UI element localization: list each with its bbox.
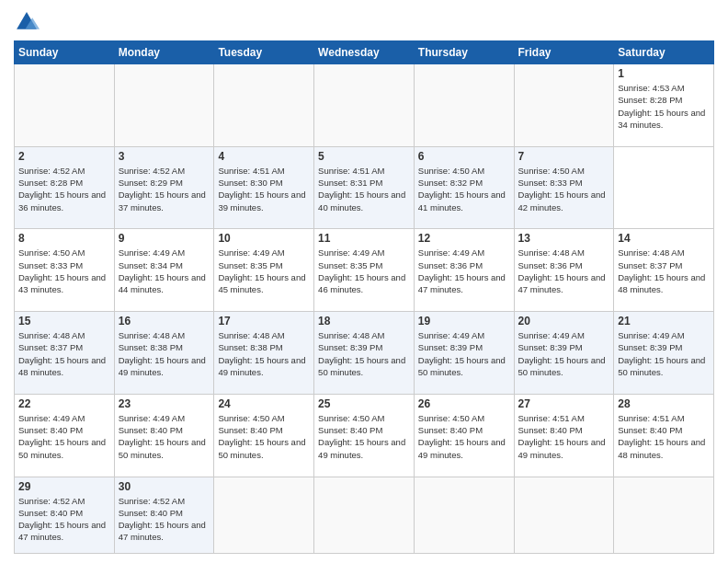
sunrise-label: Sunrise: 4:49 AM (418, 330, 484, 340)
calendar-cell: 5 Sunrise: 4:51 AM Sunset: 8:31 PM Dayli… (314, 146, 415, 229)
daylight-label: Daylight: 15 hours and 47 minutes. (18, 520, 106, 542)
sunrise-label: Sunrise: 4:50 AM (418, 413, 484, 423)
day-of-week-header: Wednesday (314, 41, 415, 64)
calendar-cell: 18 Sunrise: 4:48 AM Sunset: 8:39 PM Dayl… (314, 312, 415, 395)
sunrise-label: Sunrise: 4:52 AM (119, 496, 185, 506)
day-info: Sunrise: 4:50 AM Sunset: 8:33 PM Dayligh… (18, 247, 110, 295)
calendar-cell (314, 64, 415, 147)
day-number: 5 (318, 150, 410, 163)
daylight-label: Daylight: 15 hours and 42 minutes. (518, 190, 606, 212)
sunrise-label: Sunrise: 4:50 AM (18, 247, 85, 258)
sunset-label: Sunset: 8:31 PM (318, 178, 382, 188)
calendar-cell: 29 Sunrise: 4:52 AM Sunset: 8:40 PM Dayl… (15, 477, 115, 553)
day-info: Sunrise: 4:50 AM Sunset: 8:40 PM Dayligh… (218, 412, 310, 461)
calendar-cell: 16 Sunrise: 4:48 AM Sunset: 8:38 PM Dayl… (114, 312, 214, 395)
calendar-cell: 20 Sunrise: 4:49 AM Sunset: 8:39 PM Dayl… (514, 312, 614, 395)
day-number: 11 (318, 232, 410, 245)
sunset-label: Sunset: 8:40 PM (119, 508, 183, 518)
daylight-label: Daylight: 15 hours and 39 minutes. (218, 190, 305, 212)
calendar-cell: 8 Sunrise: 4:50 AM Sunset: 8:33 PM Dayli… (15, 229, 115, 312)
day-number: 27 (518, 397, 610, 410)
day-info: Sunrise: 4:49 AM Sunset: 8:36 PM Dayligh… (418, 247, 510, 295)
calendar-cell (514, 477, 614, 553)
day-info: Sunrise: 4:48 AM Sunset: 8:36 PM Dayligh… (518, 247, 610, 295)
day-number: 21 (618, 315, 710, 327)
daylight-label: Daylight: 15 hours and 48 minutes. (618, 437, 705, 459)
sunrise-label: Sunrise: 4:49 AM (418, 247, 484, 258)
day-number: 13 (518, 232, 610, 245)
calendar-cell: 1 Sunrise: 4:53 AM Sunset: 8:28 PM Dayli… (614, 64, 714, 147)
day-of-week-header: Sunday (15, 41, 115, 64)
day-of-week-header: Monday (114, 41, 214, 64)
calendar-header-row: SundayMondayTuesdayWednesdayThursdayFrid… (15, 41, 714, 64)
day-number: 3 (119, 150, 210, 163)
sunset-label: Sunset: 8:37 PM (618, 260, 682, 270)
sunset-label: Sunset: 8:39 PM (618, 342, 682, 352)
calendar-cell: 24 Sunrise: 4:50 AM Sunset: 8:40 PM Dayl… (214, 394, 314, 477)
day-info: Sunrise: 4:50 AM Sunset: 8:40 PM Dayligh… (318, 412, 410, 461)
sunset-label: Sunset: 8:33 PM (18, 260, 83, 270)
calendar-cell (114, 64, 214, 147)
header (14, 9, 714, 35)
day-number: 22 (18, 397, 110, 410)
daylight-label: Daylight: 15 hours and 49 minutes. (318, 437, 405, 459)
calendar-cell: 28 Sunrise: 4:51 AM Sunset: 8:40 PM Dayl… (614, 394, 714, 477)
sunrise-label: Sunrise: 4:51 AM (218, 166, 284, 176)
day-number: 1 (618, 67, 710, 80)
daylight-label: Daylight: 15 hours and 47 minutes. (119, 520, 206, 542)
calendar-cell: 14 Sunrise: 4:48 AM Sunset: 8:37 PM Dayl… (614, 229, 714, 312)
sunrise-label: Sunrise: 4:49 AM (119, 413, 185, 423)
day-info: Sunrise: 4:49 AM Sunset: 8:35 PM Dayligh… (318, 247, 410, 295)
day-info: Sunrise: 4:49 AM Sunset: 8:39 PM Dayligh… (518, 329, 610, 378)
daylight-label: Daylight: 15 hours and 40 minutes. (318, 190, 405, 212)
day-info: Sunrise: 4:48 AM Sunset: 8:37 PM Dayligh… (618, 247, 710, 295)
sunset-label: Sunset: 8:40 PM (218, 425, 282, 435)
day-number: 23 (119, 397, 210, 410)
day-of-week-header: Tuesday (214, 41, 314, 64)
day-info: Sunrise: 4:49 AM Sunset: 8:35 PM Dayligh… (218, 247, 310, 295)
calendar-week-row: 22 Sunrise: 4:49 AM Sunset: 8:40 PM Dayl… (15, 394, 714, 477)
calendar-cell: 30 Sunrise: 4:52 AM Sunset: 8:40 PM Dayl… (114, 477, 214, 553)
logo-icon (14, 9, 40, 35)
sunrise-label: Sunrise: 4:50 AM (518, 166, 585, 176)
calendar-cell: 2 Sunrise: 4:52 AM Sunset: 8:28 PM Dayli… (15, 146, 115, 229)
sunset-label: Sunset: 8:40 PM (18, 425, 83, 435)
sunset-label: Sunset: 8:40 PM (518, 425, 583, 435)
daylight-label: Daylight: 15 hours and 50 minutes. (418, 355, 506, 377)
day-number: 30 (119, 480, 210, 493)
daylight-label: Daylight: 15 hours and 50 minutes. (318, 355, 405, 377)
day-info: Sunrise: 4:48 AM Sunset: 8:39 PM Dayligh… (318, 329, 410, 378)
sunset-label: Sunset: 8:33 PM (518, 178, 583, 188)
calendar-week-row: 1 Sunrise: 4:53 AM Sunset: 8:28 PM Dayli… (15, 64, 714, 147)
daylight-label: Daylight: 15 hours and 49 minutes. (119, 355, 206, 377)
calendar-cell (314, 477, 415, 553)
sunset-label: Sunset: 8:35 PM (318, 260, 382, 270)
day-of-week-header: Thursday (414, 41, 514, 64)
sunrise-label: Sunrise: 4:48 AM (518, 247, 585, 258)
calendar-cell: 21 Sunrise: 4:49 AM Sunset: 8:39 PM Dayl… (614, 312, 714, 395)
calendar-cell: 17 Sunrise: 4:48 AM Sunset: 8:38 PM Dayl… (214, 312, 314, 395)
calendar-cell: 3 Sunrise: 4:52 AM Sunset: 8:29 PM Dayli… (114, 146, 214, 229)
sunrise-label: Sunrise: 4:48 AM (119, 330, 185, 340)
sunrise-label: Sunrise: 4:51 AM (518, 413, 585, 423)
day-info: Sunrise: 4:50 AM Sunset: 8:33 PM Dayligh… (518, 165, 610, 213)
daylight-label: Daylight: 15 hours and 49 minutes. (518, 437, 606, 459)
day-number: 18 (318, 315, 410, 327)
calendar-week-row: 2 Sunrise: 4:52 AM Sunset: 8:28 PM Dayli… (15, 146, 714, 229)
sunset-label: Sunset: 8:29 PM (119, 178, 183, 188)
calendar-cell: 6 Sunrise: 4:50 AM Sunset: 8:32 PM Dayli… (414, 146, 514, 229)
day-info: Sunrise: 4:49 AM Sunset: 8:39 PM Dayligh… (418, 329, 510, 378)
daylight-label: Daylight: 15 hours and 48 minutes. (618, 272, 705, 294)
sunset-label: Sunset: 8:28 PM (18, 178, 83, 188)
day-info: Sunrise: 4:48 AM Sunset: 8:38 PM Dayligh… (119, 329, 210, 378)
day-info: Sunrise: 4:48 AM Sunset: 8:38 PM Dayligh… (218, 329, 310, 378)
day-info: Sunrise: 4:51 AM Sunset: 8:40 PM Dayligh… (618, 412, 710, 461)
daylight-label: Daylight: 15 hours and 50 minutes. (518, 355, 606, 377)
calendar-cell (414, 64, 514, 147)
daylight-label: Daylight: 15 hours and 46 minutes. (318, 272, 405, 294)
calendar-week-row: 29 Sunrise: 4:52 AM Sunset: 8:40 PM Dayl… (15, 477, 714, 553)
daylight-label: Daylight: 15 hours and 43 minutes. (18, 272, 106, 294)
calendar-cell: 4 Sunrise: 4:51 AM Sunset: 8:30 PM Dayli… (214, 146, 314, 229)
sunset-label: Sunset: 8:40 PM (418, 425, 483, 435)
calendar-cell (414, 477, 514, 553)
